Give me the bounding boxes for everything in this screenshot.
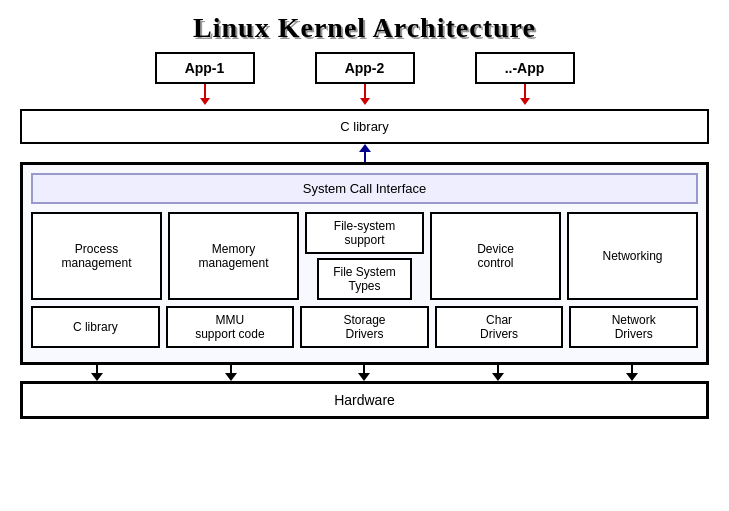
hw-arrow-stem-3 [363, 365, 365, 373]
clibrary-label: C library [340, 119, 388, 134]
clibrary-bar: C library [20, 109, 709, 144]
blue-arrow-wrapper [20, 144, 709, 162]
storage-drivers-box: StorageDrivers [300, 306, 429, 348]
device-control-box: Devicecontrol [430, 212, 561, 300]
hw-arrow-head-1 [91, 373, 103, 381]
clibrary-kernel-label: C library [73, 320, 118, 334]
memory-mgmt-box: Memorymanagement [168, 212, 299, 300]
networking-box: Networking [567, 212, 698, 300]
filesystem-support-box: File-systemsupport [305, 212, 424, 254]
network-drivers-label: NetworkDrivers [612, 313, 656, 341]
blue-up-arrow [359, 144, 371, 162]
hardware-label: Hardware [334, 392, 395, 408]
process-mgmt-box: Processmanagement [31, 212, 162, 300]
kernel-row-2: C library MMUsupport code StorageDrivers… [31, 306, 698, 348]
network-drivers-box: NetworkDrivers [569, 306, 698, 348]
hw-arrow-4 [492, 365, 504, 381]
app2-arrow-head [360, 98, 370, 105]
kernel-row-1: Processmanagement Memorymanagement File-… [31, 212, 698, 300]
filesystem-types-label: File SystemTypes [333, 265, 396, 293]
filesystem-types-box: File SystemTypes [317, 258, 412, 300]
page-title: Linux Kernel Architecture [0, 0, 729, 52]
app1-down-arrow [200, 84, 210, 105]
app-1-label: App-1 [185, 60, 225, 76]
char-drivers-box: CharDrivers [435, 306, 564, 348]
process-mgmt-label: Processmanagement [61, 242, 131, 270]
hw-arrows-row [20, 365, 709, 381]
app2-arrow-line [364, 84, 366, 98]
blue-arrow-line [364, 152, 366, 162]
app3-arrow-line [524, 84, 526, 98]
kernel-area: System Call Interface Processmanagement … [20, 162, 709, 365]
apps-row: App-1 App-2 ..-App [0, 52, 729, 84]
app2-down-arrow [360, 84, 370, 105]
memory-mgmt-label: Memorymanagement [198, 242, 268, 270]
hw-arrow-stem-1 [96, 365, 98, 373]
networking-label: Networking [602, 249, 662, 263]
app-3-label: ..-App [505, 60, 545, 76]
app-arrows-row [0, 84, 729, 105]
syscall-label: System Call Interface [303, 181, 427, 196]
app3-arrow-head [520, 98, 530, 105]
mmu-box: MMUsupport code [166, 306, 295, 348]
app2-arrow-wrapper [315, 84, 415, 105]
hw-arrow-1 [91, 365, 103, 381]
hw-arrow-head-4 [492, 373, 504, 381]
app-1-box: App-1 [155, 52, 255, 84]
device-control-label: Devicecontrol [477, 242, 514, 270]
hw-arrow-3 [358, 365, 370, 381]
hw-arrow-head-3 [358, 373, 370, 381]
char-drivers-label: CharDrivers [480, 313, 518, 341]
storage-drivers-label: StorageDrivers [343, 313, 385, 341]
hw-arrow-head-5 [626, 373, 638, 381]
app3-down-arrow [520, 84, 530, 105]
syscall-bar: System Call Interface [31, 173, 698, 204]
app3-arrow-wrapper [475, 84, 575, 105]
mmu-label: MMUsupport code [195, 313, 264, 341]
filesystem-column: File-systemsupport File SystemTypes [305, 212, 424, 300]
hw-arrow-stem-5 [631, 365, 633, 373]
filesystem-support-label: File-systemsupport [334, 219, 395, 247]
app-2-label: App-2 [345, 60, 385, 76]
hardware-bar: Hardware [20, 381, 709, 419]
hw-arrow-5 [626, 365, 638, 381]
hw-arrow-stem-2 [230, 365, 232, 373]
app1-arrow-head [200, 98, 210, 105]
app1-arrow-wrapper [155, 84, 255, 105]
app-2-box: App-2 [315, 52, 415, 84]
clibrary-kernel-box: C library [31, 306, 160, 348]
hw-arrow-head-2 [225, 373, 237, 381]
hw-arrow-2 [225, 365, 237, 381]
blue-arrowhead [359, 144, 371, 152]
app1-arrow-line [204, 84, 206, 98]
app-3-box: ..-App [475, 52, 575, 84]
hw-arrow-stem-4 [497, 365, 499, 373]
